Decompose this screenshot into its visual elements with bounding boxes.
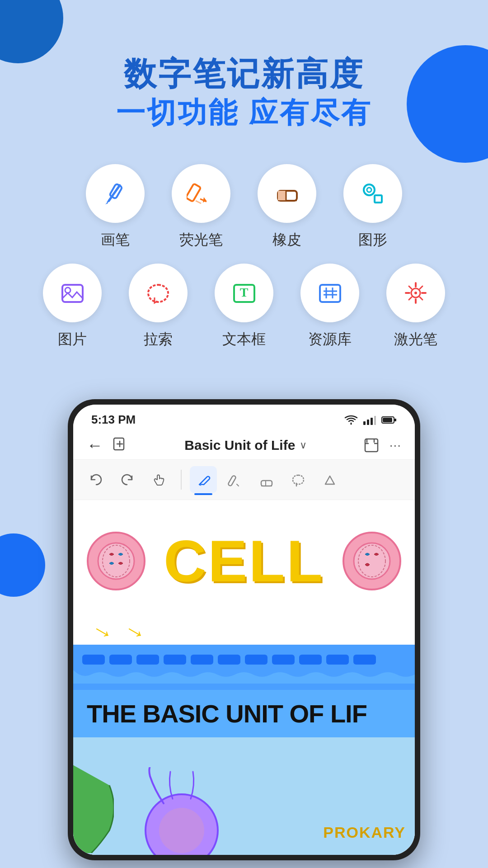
shape-tool-button[interactable] (316, 466, 343, 493)
svg-rect-17 (320, 285, 340, 302)
tool-library[interactable]: 资源库 (300, 264, 359, 349)
svg-rect-3 (187, 184, 201, 202)
tools-row-1: 画笔 荧光笔 (36, 164, 452, 250)
tool-laser-icon-circle (386, 264, 445, 322)
eraser-tool-button[interactable] (253, 466, 280, 493)
tool-highlighter-icon-circle (172, 164, 230, 223)
back-button[interactable]: ← (87, 436, 103, 455)
tool-image-icon-circle (43, 264, 102, 322)
dash-item (326, 655, 349, 665)
tool-highlighter-label: 荧光笔 (179, 230, 223, 250)
title-chevron-icon[interactable]: ∨ (300, 439, 307, 451)
dash-item (82, 655, 105, 665)
purple-cell (136, 767, 227, 855)
tool-lasso[interactable]: 拉索 (129, 264, 188, 349)
wifi-icon (344, 415, 358, 425)
toolbar-right: ··· (364, 438, 401, 453)
pencil-tool-button[interactable] (221, 466, 249, 493)
more-options-button[interactable]: ··· (389, 438, 401, 453)
phone-mockup: 5:13 PM (68, 399, 420, 860)
lasso-tool-button[interactable] (285, 466, 312, 493)
redo-button[interactable] (114, 466, 141, 493)
tool-laser[interactable]: 激光笔 (386, 264, 445, 349)
dash-item (191, 655, 213, 665)
toolbar-divider (181, 470, 182, 490)
svg-point-50 (354, 543, 390, 579)
tool-shape-label: 图形 (358, 230, 387, 250)
tools-section: 画笔 荧光笔 (0, 155, 488, 390)
svg-rect-33 (383, 418, 392, 422)
svg-point-48 (98, 543, 134, 579)
new-doc-button[interactable] (112, 436, 127, 455)
tool-textbox[interactable]: T 文本框 (215, 264, 273, 349)
tool-image-label: 图片 (58, 330, 87, 349)
tool-pen-icon-circle (86, 164, 145, 223)
tool-library-icon-circle (300, 264, 359, 322)
header-title: 数字笔记新高度 (0, 54, 488, 93)
basic-unit-section: THE BASIC UNIT OF LIF (73, 690, 415, 737)
dash-item (164, 655, 186, 665)
svg-point-11 (367, 188, 371, 192)
svg-line-5 (196, 201, 201, 203)
phone-section: 5:13 PM (0, 390, 488, 860)
svg-rect-44 (261, 481, 272, 486)
tool-eraser-icon-circle (258, 164, 316, 223)
svg-rect-13 (62, 285, 83, 302)
svg-point-27 (414, 292, 417, 294)
battery-icon (381, 415, 397, 425)
tools-row-2: 图片 拉索 T 文本框 (36, 264, 452, 349)
svg-line-25 (420, 286, 422, 289)
svg-line-24 (420, 297, 422, 300)
status-bar: 5:13 PM (73, 405, 415, 431)
dash-item (109, 655, 132, 665)
phone-screen: 5:13 PM (73, 405, 415, 855)
cell-content-top: CELL (73, 500, 415, 618)
bottom-cell-area: PROKARY (73, 737, 415, 855)
expand-icon[interactable] (364, 438, 379, 453)
tool-textbox-icon-circle: T (215, 264, 273, 322)
pen-tool-button[interactable] (190, 466, 217, 493)
svg-rect-30 (371, 418, 373, 425)
drawing-toolbar (73, 460, 415, 500)
svg-rect-7 (278, 191, 286, 201)
basic-unit-text: THE BASIC UNIT OF LIF (87, 699, 401, 728)
dash-item (136, 655, 159, 665)
svg-text:T: T (239, 285, 248, 299)
tool-pen[interactable]: 画笔 (86, 164, 145, 250)
header-subtitle: 一切功能 应有尽有 (0, 93, 488, 132)
svg-rect-28 (363, 421, 366, 425)
tool-shape[interactable]: 图形 (343, 164, 402, 250)
dash-item (218, 655, 240, 665)
status-time: 5:13 PM (91, 413, 136, 427)
tool-shape-icon-circle (343, 164, 402, 223)
svg-rect-12 (375, 195, 382, 203)
tool-lasso-label: 拉索 (144, 330, 173, 349)
tool-laser-label: 激光笔 (394, 330, 437, 349)
cell-text: CELL (145, 527, 343, 595)
undo-button[interactable] (82, 466, 109, 493)
tool-highlighter[interactable]: 荧光笔 (172, 164, 230, 250)
yellow-arrow-1: → (86, 613, 120, 649)
svg-rect-34 (394, 419, 396, 421)
tool-image[interactable]: 图片 (43, 264, 102, 349)
tool-lasso-icon-circle (129, 264, 188, 322)
app-toolbar: ← Basic Unit of Life ∨ (73, 431, 415, 460)
hand-tool-button[interactable] (145, 466, 173, 493)
dash-item (353, 655, 376, 665)
svg-line-26 (409, 297, 412, 300)
svg-rect-31 (374, 416, 376, 425)
svg-rect-43 (228, 475, 236, 486)
dash-item (245, 655, 267, 665)
header-section: 数字笔记新高度 一切功能 应有尽有 (0, 0, 488, 155)
tool-eraser-label: 橡皮 (272, 230, 301, 250)
tool-pen-label: 画笔 (101, 230, 130, 250)
dash-item (272, 655, 295, 665)
tool-eraser[interactable]: 橡皮 (258, 164, 316, 250)
blue-dashes-section (73, 645, 415, 690)
green-cell (73, 763, 114, 855)
tool-library-label: 资源库 (308, 330, 352, 349)
svg-line-23 (409, 286, 412, 289)
svg-rect-29 (367, 420, 369, 425)
prokary-text: PROKARY (323, 824, 406, 841)
dashes-row (73, 649, 415, 670)
